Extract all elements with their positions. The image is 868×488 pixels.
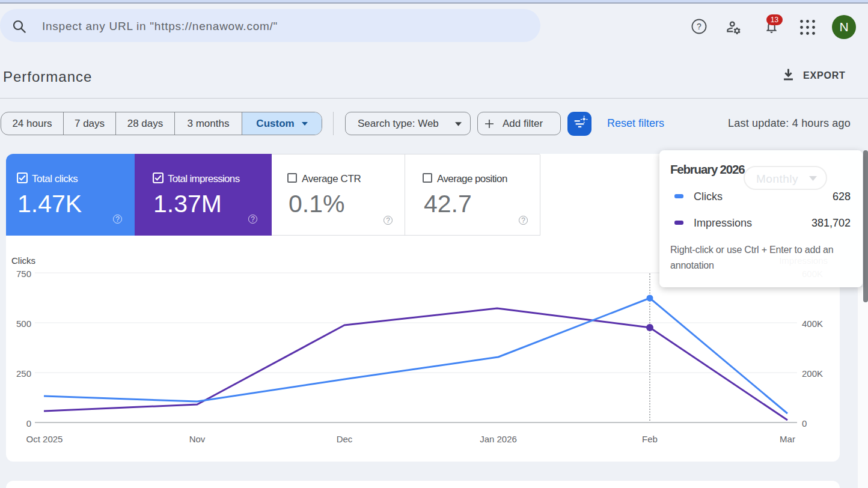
svg-text:?: ? [697,22,701,31]
